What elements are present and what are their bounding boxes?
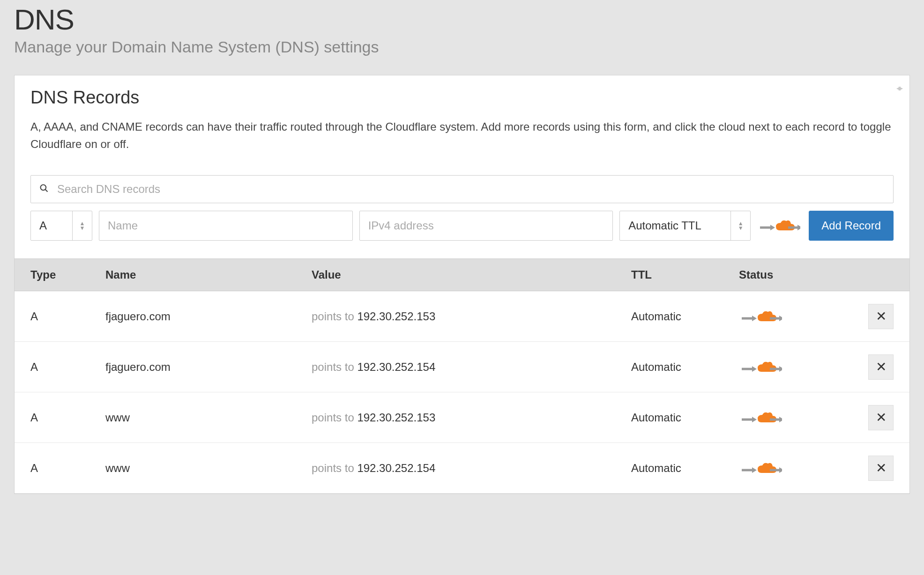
cell-status bbox=[739, 307, 861, 326]
cell-name[interactable]: fjaguero.com bbox=[105, 310, 312, 323]
delete-record-button[interactable]: ✕ bbox=[868, 456, 894, 481]
ttl-select[interactable]: Automatic TTL ▲▼ bbox=[619, 211, 751, 241]
table-row: A www points to 192.30.252.154 Automatic… bbox=[15, 443, 909, 494]
search-input[interactable] bbox=[57, 183, 885, 196]
cell-type[interactable]: A bbox=[30, 310, 105, 323]
cell-status bbox=[739, 408, 861, 427]
close-icon: ✕ bbox=[876, 309, 887, 324]
cell-type[interactable]: A bbox=[30, 411, 105, 424]
col-header-value: Value bbox=[312, 268, 631, 281]
svg-marker-15 bbox=[752, 417, 757, 422]
page-subtitle: Manage your Domain Name System (DNS) set… bbox=[14, 38, 910, 56]
add-record-form: A ▲▼ Automatic TTL ▲▼ bbox=[30, 211, 894, 241]
delete-record-button[interactable]: ✕ bbox=[868, 405, 894, 430]
search-box[interactable] bbox=[30, 175, 894, 203]
ttl-value: Automatic TTL bbox=[620, 219, 730, 232]
svg-marker-17 bbox=[779, 417, 782, 422]
cell-name[interactable]: www bbox=[105, 411, 312, 424]
svg-marker-19 bbox=[752, 467, 757, 473]
svg-marker-5 bbox=[797, 225, 800, 230]
close-icon: ✕ bbox=[876, 460, 887, 476]
select-stepper-icon: ▲▼ bbox=[730, 211, 750, 240]
cell-value[interactable]: points to 192.30.252.154 bbox=[312, 361, 631, 374]
cell-value[interactable]: points to 192.30.252.154 bbox=[312, 462, 631, 475]
cell-ttl[interactable]: Automatic bbox=[631, 310, 739, 323]
dns-records-card: ◂▸ DNS Records A, AAAA, and CNAME record… bbox=[14, 75, 910, 494]
cell-value[interactable]: points to 192.30.252.153 bbox=[312, 310, 631, 323]
cell-name[interactable]: www bbox=[105, 462, 312, 475]
cell-value[interactable]: points to 192.30.252.153 bbox=[312, 411, 631, 424]
select-stepper-icon: ▲▼ bbox=[72, 211, 92, 240]
svg-marker-21 bbox=[779, 467, 782, 473]
col-header-type: Type bbox=[30, 268, 105, 281]
svg-marker-3 bbox=[770, 225, 775, 230]
col-header-ttl: TTL bbox=[631, 268, 739, 281]
proxy-cloud-toggle[interactable] bbox=[739, 459, 861, 478]
col-header-name: Name bbox=[105, 268, 312, 281]
proxy-cloud-toggle[interactable] bbox=[739, 408, 861, 427]
dns-records-table: Type Name Value TTL Status A fjaguero.co… bbox=[15, 258, 909, 494]
expand-collapse-icon[interactable]: ◂▸ bbox=[896, 83, 901, 93]
record-type-select[interactable]: A ▲▼ bbox=[30, 211, 92, 241]
svg-marker-7 bbox=[752, 316, 757, 321]
section-title: DNS Records bbox=[30, 88, 894, 108]
cell-type[interactable]: A bbox=[30, 462, 105, 475]
cell-name[interactable]: fjaguero.com bbox=[105, 361, 312, 374]
svg-point-0 bbox=[41, 184, 46, 190]
table-row: A www points to 192.30.252.153 Automatic… bbox=[15, 392, 909, 443]
section-description: A, AAAA, and CNAME records can have thei… bbox=[30, 118, 894, 153]
proxy-cloud-toggle[interactable] bbox=[739, 307, 861, 326]
close-icon: ✕ bbox=[876, 359, 887, 375]
proxy-cloud-toggle[interactable] bbox=[739, 358, 861, 376]
cell-ttl[interactable]: Automatic bbox=[631, 361, 739, 374]
delete-record-button[interactable]: ✕ bbox=[868, 354, 894, 380]
record-name-input[interactable] bbox=[99, 211, 353, 241]
svg-marker-13 bbox=[779, 366, 782, 372]
table-header: Type Name Value TTL Status bbox=[15, 258, 909, 291]
page-title: DNS bbox=[14, 0, 910, 36]
table-row: A fjaguero.com points to 192.30.252.154 … bbox=[15, 342, 909, 392]
svg-line-1 bbox=[45, 189, 48, 192]
cell-ttl[interactable]: Automatic bbox=[631, 411, 739, 424]
add-record-button[interactable]: Add Record bbox=[809, 211, 894, 241]
close-icon: ✕ bbox=[876, 410, 887, 425]
cell-type[interactable]: A bbox=[30, 361, 105, 374]
svg-marker-11 bbox=[752, 366, 757, 372]
table-row: A fjaguero.com points to 192.30.252.153 … bbox=[15, 291, 909, 342]
proxy-cloud-toggle[interactable] bbox=[757, 216, 802, 235]
record-value-input[interactable] bbox=[359, 211, 613, 241]
cell-status bbox=[739, 459, 861, 478]
record-type-value: A bbox=[31, 219, 72, 232]
svg-marker-9 bbox=[779, 316, 782, 321]
delete-record-button[interactable]: ✕ bbox=[868, 304, 894, 329]
cell-status bbox=[739, 358, 861, 376]
search-icon bbox=[39, 184, 49, 195]
col-header-status: Status bbox=[739, 268, 861, 281]
cell-ttl[interactable]: Automatic bbox=[631, 462, 739, 475]
